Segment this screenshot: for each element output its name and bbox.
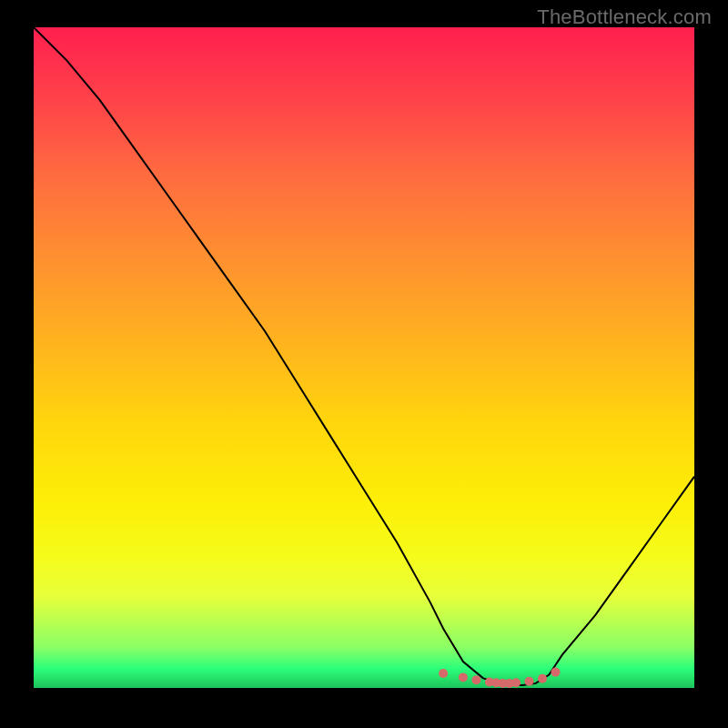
highlight-dot [511, 678, 521, 687]
highlight-dots-group [439, 668, 560, 688]
highlight-dot [551, 668, 561, 677]
highlight-dot [439, 669, 448, 678]
bottleneck-curve-line [34, 27, 694, 685]
highlight-dot [459, 672, 468, 682]
watermark-text: TheBottleneck.com [537, 5, 712, 29]
highlight-dot [538, 674, 547, 683]
chart-plot-area [34, 27, 694, 688]
chart-svg [34, 27, 694, 688]
highlight-dot [525, 677, 534, 686]
highlight-dot [471, 675, 480, 684]
